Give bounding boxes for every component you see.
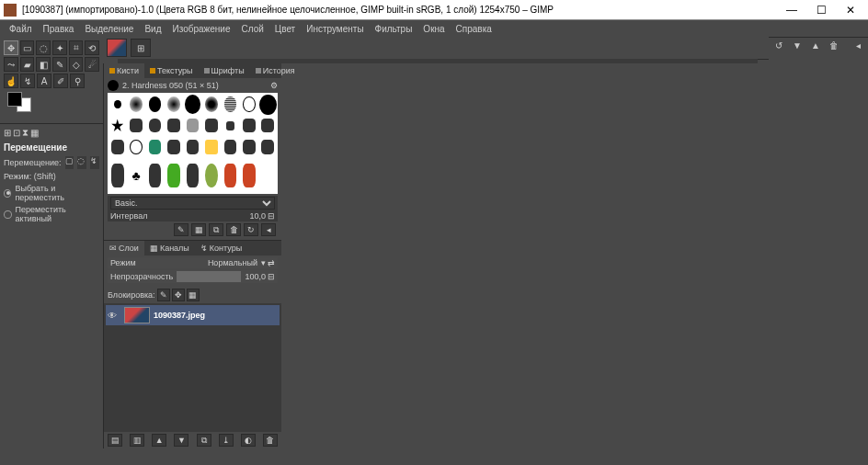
brush-preset[interactable] bbox=[240, 116, 257, 135]
mask-layer-icon[interactable]: ◐ bbox=[241, 434, 256, 447]
minimize-button[interactable]: — bbox=[778, 2, 805, 18]
lock-position-icon[interactable]: ✥ bbox=[172, 289, 185, 301]
fonts-tab[interactable]: Шрифты bbox=[199, 63, 250, 78]
brush-preset[interactable] bbox=[202, 159, 220, 193]
images-tab-icon[interactable]: ▦ bbox=[30, 128, 39, 139]
move-active-radio[interactable] bbox=[4, 210, 12, 219]
brush-preset[interactable] bbox=[146, 116, 164, 135]
brush-preset[interactable] bbox=[259, 94, 277, 115]
brush-preset[interactable] bbox=[127, 94, 144, 115]
rect-select-tool-icon[interactable]: ▭ bbox=[20, 40, 35, 55]
brush-filter-icon[interactable]: ⚙ bbox=[270, 81, 278, 90]
duplicate-brush-icon[interactable]: ⧉ bbox=[209, 223, 223, 236]
new-layer-icon[interactable]: ▤ bbox=[108, 434, 122, 447]
move-tool-icon[interactable]: ✥ bbox=[4, 40, 18, 55]
brush-preset[interactable] bbox=[108, 137, 126, 158]
path-tool-icon[interactable]: ↯ bbox=[20, 74, 35, 88]
load-tool-icon[interactable]: ▲ bbox=[809, 40, 822, 52]
layers-tab[interactable]: ✉ Слои bbox=[104, 241, 144, 255]
brush-preset[interactable]: ♣ bbox=[127, 159, 144, 193]
tool-options-tab-icon[interactable]: ⊞ bbox=[4, 128, 11, 139]
layer-name[interactable]: 1090387.jpeg bbox=[154, 311, 205, 320]
crop-tool-icon[interactable]: ⌗ bbox=[69, 40, 84, 55]
menu-select[interactable]: Выделение bbox=[79, 22, 139, 36]
clone-tool-icon[interactable]: ☄ bbox=[85, 57, 99, 72]
brush-preset[interactable] bbox=[240, 159, 257, 193]
brush-menu-icon[interactable]: ◂ bbox=[261, 223, 276, 236]
warp-tool-icon[interactable]: ⤳ bbox=[4, 57, 18, 72]
device-status-tab-icon[interactable]: ⊡ bbox=[13, 128, 20, 139]
menu-filters[interactable]: Фильтры bbox=[370, 22, 418, 36]
brush-preset[interactable] bbox=[184, 137, 201, 158]
brush-preset[interactable] bbox=[184, 94, 201, 115]
brush-preset[interactable] bbox=[127, 116, 144, 135]
pick-layer-radio[interactable] bbox=[4, 189, 11, 198]
fg-bg-colors[interactable] bbox=[4, 92, 99, 114]
visibility-icon[interactable]: 👁 bbox=[108, 311, 120, 321]
patterns-tab[interactable]: Текстуры bbox=[144, 63, 199, 78]
delete-layer-icon[interactable]: 🗑 bbox=[263, 434, 278, 447]
merge-layer-icon[interactable]: ⤓ bbox=[219, 434, 234, 447]
history-tab[interactable]: История bbox=[250, 63, 301, 78]
brush-preset[interactable] bbox=[240, 94, 257, 115]
new-group-icon[interactable]: ▥ bbox=[130, 434, 144, 447]
undo-history-tab-icon[interactable]: ⧗ bbox=[22, 128, 29, 139]
save-tool-icon[interactable]: ▼ bbox=[791, 40, 804, 52]
chevron-down-icon[interactable]: ▾ bbox=[261, 258, 266, 267]
new-brush-icon[interactable]: ▦ bbox=[191, 223, 206, 236]
mode-switch-icon[interactable]: ⇄ bbox=[268, 258, 275, 267]
brush-preset[interactable] bbox=[222, 94, 239, 115]
foreground-color[interactable] bbox=[7, 92, 22, 107]
channels-tab[interactable]: ▦ Каналы bbox=[144, 241, 195, 255]
refresh-brush-icon[interactable]: ↻ bbox=[244, 223, 258, 236]
menu-help[interactable]: Справка bbox=[451, 22, 497, 36]
footer-menu-icon[interactable]: ◂ bbox=[851, 40, 864, 52]
lock-alpha-icon[interactable]: ▦ bbox=[187, 289, 200, 301]
reset-tool-icon[interactable]: ↺ bbox=[772, 40, 785, 52]
move-layer-icon[interactable]: ▢ bbox=[65, 156, 74, 169]
close-button[interactable]: ✕ bbox=[837, 2, 864, 18]
transform-tool-icon[interactable]: ⟲ bbox=[85, 40, 99, 55]
fuzzy-select-tool-icon[interactable]: ✦ bbox=[52, 40, 67, 55]
brush-preset[interactable] bbox=[240, 137, 257, 158]
brush-preset[interactable] bbox=[222, 116, 239, 135]
brush-preset[interactable] bbox=[165, 137, 182, 158]
brush-preset[interactable] bbox=[165, 159, 182, 193]
picker-tool-icon[interactable]: ✐ bbox=[53, 74, 68, 88]
menu-edit[interactable]: Правка bbox=[38, 22, 80, 36]
brush-preset[interactable] bbox=[108, 94, 126, 115]
menu-view[interactable]: Вид bbox=[139, 22, 166, 36]
lower-layer-icon[interactable]: ▼ bbox=[174, 434, 188, 447]
paths-tab[interactable]: ↯ Контуры bbox=[195, 241, 247, 255]
brush-preset[interactable] bbox=[146, 137, 164, 158]
spacing-value[interactable]: 10,0 bbox=[249, 211, 266, 221]
maximize-button[interactable]: ☐ bbox=[807, 2, 835, 18]
menu-image[interactable]: Изображение bbox=[166, 22, 235, 36]
brush-preset[interactable] bbox=[184, 159, 201, 193]
document-tab-1[interactable] bbox=[107, 39, 127, 57]
edit-brush-icon[interactable]: ✎ bbox=[174, 223, 188, 236]
bucket-tool-icon[interactable]: ▰ bbox=[20, 57, 35, 72]
brush-preset[interactable] bbox=[165, 94, 182, 115]
brush-preset[interactable] bbox=[127, 137, 144, 158]
layer-thumbnail[interactable] bbox=[124, 307, 150, 323]
pencil-tool-icon[interactable]: ✎ bbox=[52, 57, 67, 72]
brush-preset[interactable] bbox=[202, 116, 220, 135]
move-selection-icon[interactable]: ◌ bbox=[77, 156, 86, 169]
new-view-icon[interactable]: ⊞ bbox=[131, 39, 151, 57]
menu-tools[interactable]: Инструменты bbox=[301, 22, 369, 36]
lock-pixels-icon[interactable]: ✎ bbox=[157, 289, 170, 301]
brush-preset-select[interactable]: Basic. bbox=[110, 197, 275, 210]
brush-preset[interactable] bbox=[108, 159, 126, 193]
delete-brush-icon[interactable]: 🗑 bbox=[226, 223, 241, 236]
opacity-value[interactable]: 100,0 bbox=[245, 272, 266, 281]
brush-preset[interactable] bbox=[222, 137, 239, 158]
raise-layer-icon[interactable]: ▲ bbox=[152, 434, 166, 447]
duplicate-layer-icon[interactable]: ⧉ bbox=[197, 434, 211, 447]
brush-preset[interactable] bbox=[259, 159, 277, 193]
brushes-tab[interactable]: Кисти bbox=[104, 63, 144, 78]
gradient-tool-icon[interactable]: ◧ bbox=[36, 57, 51, 72]
brush-preset[interactable] bbox=[165, 116, 182, 135]
menu-layer[interactable]: Слой bbox=[235, 22, 268, 36]
brush-preset[interactable] bbox=[222, 159, 239, 193]
